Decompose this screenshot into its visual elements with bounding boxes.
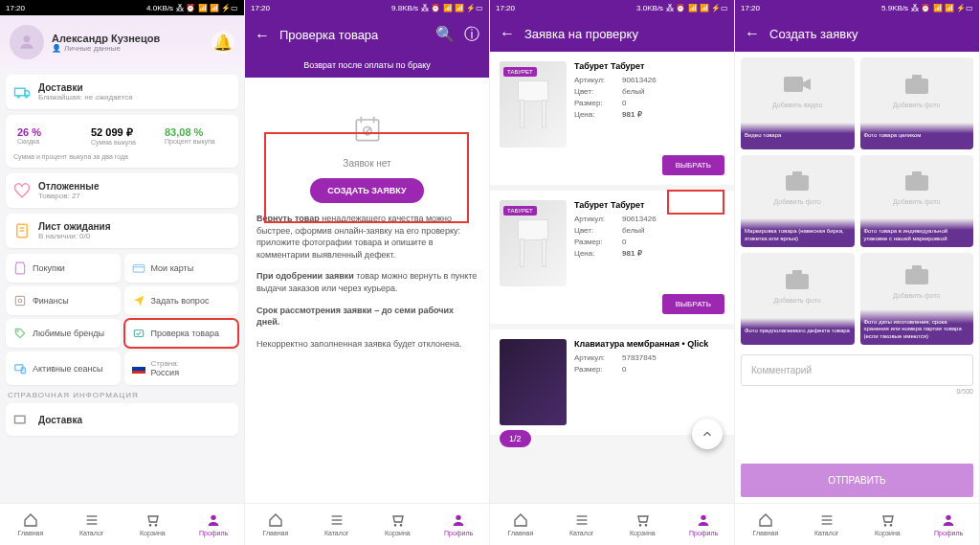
product-image[interactable]: [500, 339, 567, 425]
upload-caption: Фото даты изготовления, срока хранения и…: [860, 309, 974, 345]
back-icon[interactable]: ←: [745, 25, 760, 42]
svg-point-56: [885, 525, 886, 526]
svg-rect-7: [133, 265, 145, 273]
nav-home[interactable]: Главная: [490, 504, 551, 545]
svg-point-21: [211, 515, 215, 520]
nav-cart[interactable]: Корзина: [122, 504, 184, 545]
camera-icon: [784, 170, 811, 196]
comment-input[interactable]: Комментарий: [741, 354, 973, 386]
deferred-card[interactable]: ОтложенныеТоваров: 27: [6, 173, 238, 208]
svg-point-43: [792, 178, 802, 188]
svg-point-36: [701, 515, 705, 520]
back-icon[interactable]: ←: [500, 25, 515, 42]
video-icon: [782, 73, 813, 100]
product-badge: ТАБУРЕТ: [503, 67, 537, 77]
select-button[interactable]: ВЫБРАТЬ: [662, 155, 724, 175]
profile-header[interactable]: Александр Кузнецов 👤Личные данные 🔔: [0, 15, 244, 69]
svg-point-34: [640, 525, 641, 526]
camera-icon: [903, 263, 930, 290]
product-card: Клавиатура мембранная • Qlick Артикул:57…: [490, 329, 734, 435]
purchases-tile[interactable]: Покупки: [6, 254, 121, 283]
svg-rect-42: [792, 171, 802, 176]
upload-label: Добавить фото: [893, 198, 940, 205]
nav-cart[interactable]: Корзина: [368, 504, 429, 545]
screen-check-product: 17:209.8KB/s⁂ ⏰ 📶 📶 ⚡▭ ← Проверка товара…: [245, 0, 490, 545]
upload-caption: Фото предполагаемого дефекта товара: [741, 318, 855, 345]
back-icon[interactable]: ←: [255, 27, 270, 44]
svg-point-35: [646, 525, 647, 526]
personal-data-link[interactable]: 👤Личные данные: [52, 44, 160, 53]
svg-point-49: [792, 277, 802, 286]
finance-tile[interactable]: Финансы: [6, 286, 121, 315]
nav-home[interactable]: Главная: [0, 504, 61, 545]
nav-profile[interactable]: Профиль: [918, 504, 979, 545]
svg-point-20: [156, 525, 157, 526]
tab-return-defect[interactable]: Возврат после оплаты по браку: [245, 55, 489, 79]
svg-rect-1: [15, 88, 26, 96]
profile-name: Александр Кузнецов: [52, 33, 160, 44]
deliveries-card[interactable]: ДоставкиБлижайшая: не ожидается: [6, 75, 238, 109]
nav-profile[interactable]: Профиль: [183, 504, 244, 545]
ask-tile[interactable]: Задать вопрос: [124, 286, 239, 315]
svg-point-40: [912, 81, 922, 91]
search-icon[interactable]: 🔍: [435, 25, 455, 45]
add-photo-tile[interactable]: Добавить фото Фото предполагаемого дефек…: [741, 253, 855, 345]
notifications-icon[interactable]: 🔔: [212, 31, 234, 54]
svg-point-57: [891, 525, 892, 526]
add-photo-tile[interactable]: Добавить фото Фото товара целиком: [860, 57, 974, 149]
nav-home[interactable]: Главная: [735, 504, 796, 545]
check-product-tile[interactable]: Проверка товара: [124, 319, 239, 348]
flag-ru-icon: [132, 364, 145, 374]
waitlist-card[interactable]: Лист ожиданияВ наличии: 0/0: [6, 214, 238, 248]
bottom-nav: Главная Каталог Корзина Профиль: [0, 503, 244, 545]
add-photo-tile[interactable]: Добавить фото Фото даты изготовления, ср…: [860, 253, 974, 345]
add-photo-tile[interactable]: Добавить фото Фото товара в индивидуальн…: [860, 155, 974, 247]
cards-tile[interactable]: Мои карты: [124, 254, 239, 283]
product-image[interactable]: ТАБУРЕТ: [500, 61, 567, 148]
svg-point-0: [24, 35, 31, 42]
info-icon[interactable]: ⓘ: [464, 25, 479, 45]
bottom-nav: Главная Каталог Корзина Профиль: [490, 503, 734, 545]
svg-rect-37: [784, 77, 803, 92]
scroll-top-button[interactable]: [692, 419, 723, 449]
nav-catalog[interactable]: Каталог: [61, 504, 122, 545]
create-request-button[interactable]: СОЗДАТЬ ЗАЯВКУ: [310, 178, 423, 203]
upload-caption: Фото товара в индивидуальной упаковке с …: [860, 218, 974, 247]
product-badge: ТАБУРЕТ: [503, 206, 537, 216]
bottom-nav: Главная Каталог Корзина Профиль: [245, 503, 489, 545]
submit-button[interactable]: ОТПРАВИТЬ: [741, 464, 973, 497]
svg-point-30: [456, 515, 460, 520]
add-photo-tile[interactable]: Добавить фото Маркировка товара (навесна…: [741, 155, 855, 247]
product-image[interactable]: ТАБУРЕТ: [500, 200, 567, 286]
brands-tile[interactable]: Любимые бренды: [6, 319, 121, 348]
nav-cart[interactable]: Корзина: [858, 504, 919, 545]
nav-cart[interactable]: Корзина: [612, 504, 674, 545]
svg-line-24: [364, 127, 370, 134]
nav-catalog[interactable]: Каталог: [306, 504, 368, 545]
status-bar: 17:20 4.0KB/s⁂ ⏰ 📶 📶 ⚡▭: [0, 0, 244, 15]
camera-icon: [903, 170, 930, 196]
nav-profile[interactable]: Профиль: [428, 504, 489, 545]
reference-header: СПРАВОЧНАЯ ИНФОРМАЦИЯ: [6, 385, 238, 403]
screen-request-select: 17:203.0KB/s⁂ ⏰ 📶 📶 ⚡▭ ← Заявка на прове…: [490, 0, 735, 545]
country-tile[interactable]: Страна:Россия: [124, 352, 239, 385]
product-name: Табурет Табурет: [574, 61, 724, 71]
sessions-tile[interactable]: Активные сеансы: [6, 352, 121, 385]
nav-catalog[interactable]: Каталог: [551, 504, 612, 545]
nav-catalog[interactable]: Каталог: [796, 504, 858, 545]
svg-rect-9: [15, 296, 24, 305]
upload-label: Добавить фото: [774, 198, 821, 205]
nav-profile[interactable]: Профиль: [673, 504, 734, 545]
nav-home[interactable]: Главная: [245, 504, 306, 545]
svg-rect-48: [792, 270, 802, 275]
add-video-tile[interactable]: Добавить видео Видео товара: [741, 57, 855, 149]
page-title: Заявка на проверку: [524, 27, 638, 41]
camera-icon: [903, 73, 930, 100]
select-button[interactable]: ВЫБРАТЬ: [662, 294, 724, 314]
svg-rect-51: [912, 265, 922, 270]
avatar[interactable]: [10, 25, 44, 59]
ref-delivery[interactable]: Доставка: [6, 403, 238, 436]
upload-label: Добавить фото: [774, 297, 821, 304]
upload-caption: Фото товара целиком: [860, 123, 974, 149]
svg-point-58: [946, 515, 950, 520]
